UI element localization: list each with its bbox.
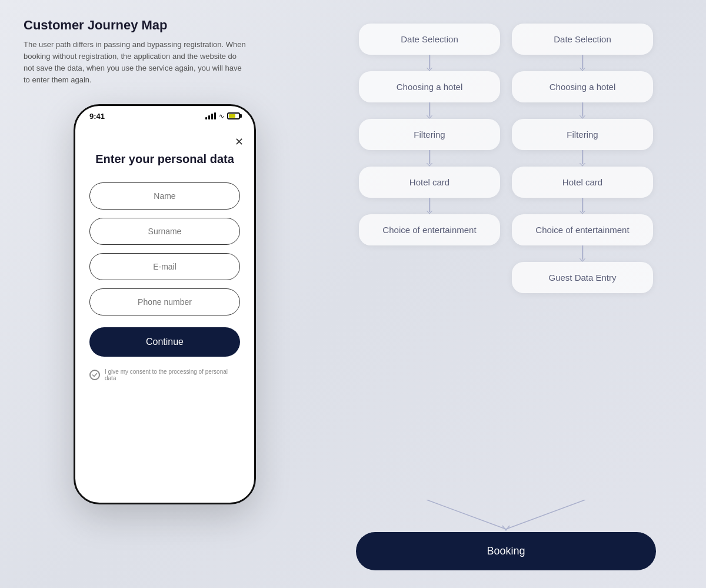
phone-mockup: 9:41 ∿ ✕ Enter your personal data <box>74 104 256 504</box>
phone-input[interactable] <box>89 288 240 315</box>
node-entertainment-1: Choice of entertainment <box>359 214 500 245</box>
node-filtering-2: Filtering <box>512 119 653 150</box>
node-guest-data: Guest Data Entry <box>512 262 653 293</box>
node-filtering-1: Filtering <box>359 119 500 150</box>
arrow-1-3 <box>429 150 430 167</box>
phone-content: Enter your personal data Continue I give… <box>75 123 254 503</box>
booking-section: Booking <box>329 500 682 570</box>
wifi-icon: ∿ <box>219 112 224 120</box>
svg-line-1 <box>506 500 585 529</box>
node-date-selection-1: Date Selection <box>359 24 500 55</box>
phone-container: 9:41 ∿ ✕ Enter your personal data <box>24 104 306 504</box>
journey-column-2: Date Selection Choosing a hotel Filterin… <box>512 24 653 494</box>
page-description: The user path differs in passing and byp… <box>24 39 247 87</box>
converging-lines <box>356 500 656 532</box>
arrow-1-1 <box>429 55 430 71</box>
arrow-2-1 <box>582 55 583 71</box>
svg-line-0 <box>427 500 506 529</box>
page-title: Customer Journey Map <box>24 18 306 33</box>
status-time: 9:41 <box>89 112 105 121</box>
surname-input[interactable] <box>89 218 240 245</box>
node-entertainment-2: Choice of entertainment <box>512 214 653 245</box>
booking-button[interactable]: Booking <box>356 532 656 570</box>
form-title: Enter your personal data <box>95 152 234 166</box>
right-panel: Date Selection Choosing a hotel Filterin… <box>306 18 682 570</box>
arrow-2-4 <box>582 198 583 214</box>
close-button[interactable]: ✕ <box>235 137 244 147</box>
status-bar: 9:41 ∿ <box>75 106 254 123</box>
form-fields <box>89 182 240 315</box>
left-panel: Customer Journey Map The user path diffe… <box>24 18 306 570</box>
node-date-selection-2: Date Selection <box>512 24 653 55</box>
status-icons: ∿ <box>205 112 240 120</box>
node-hotel-card-1: Hotel card <box>359 167 500 198</box>
arrow-1-4 <box>429 198 430 214</box>
signal-icon <box>205 112 216 119</box>
continue-button[interactable]: Continue <box>89 327 240 357</box>
arrow-1-2 <box>429 102 430 119</box>
arrow-2-2 <box>582 102 583 119</box>
arrow-2-3 <box>582 150 583 167</box>
node-hotel-2: Choosing a hotel <box>512 71 653 102</box>
node-hotel-1: Choosing a hotel <box>359 71 500 102</box>
journey-columns: Date Selection Choosing a hotel Filterin… <box>329 24 682 494</box>
battery-icon <box>227 112 240 119</box>
consent-row: I give my consent to the processing of p… <box>89 368 240 381</box>
name-input[interactable] <box>89 182 240 210</box>
consent-checkbox[interactable] <box>89 370 100 380</box>
node-hotel-card-2: Hotel card <box>512 167 653 198</box>
email-input[interactable] <box>89 253 240 280</box>
checkmark-icon <box>92 372 98 378</box>
consent-text: I give my consent to the processing of p… <box>105 368 240 381</box>
journey-column-1: Date Selection Choosing a hotel Filterin… <box>359 24 500 494</box>
arrow-2-5 <box>582 245 583 262</box>
